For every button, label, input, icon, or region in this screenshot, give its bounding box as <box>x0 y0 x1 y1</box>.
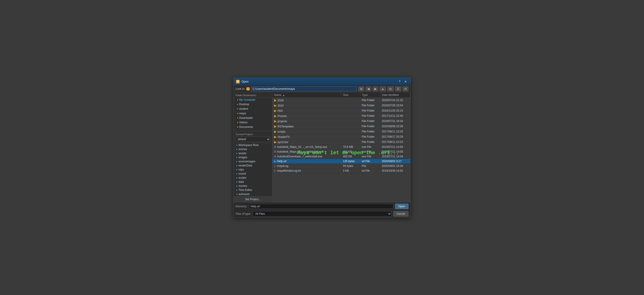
toolbar-bookmarks-btn[interactable]: ⊞ <box>358 86 364 91</box>
tree-item-workspace-root[interactable]: ▸Workspace Root <box>234 143 272 147</box>
table-row[interactable]: ▶2019File Folder2020/07/28 23:04 <box>272 103 410 108</box>
tree-item-label: Time Editor <box>238 188 252 192</box>
file-date-cell: 2020/08/06 20:39 <box>380 124 410 129</box>
tree-item-images[interactable]: ▸images <box>234 155 272 159</box>
sidebar-bookmark-student[interactable]: ●student <box>234 107 272 111</box>
tree-item-data[interactable]: ▸data <box>234 180 272 184</box>
tree-item-sound[interactable]: ▸sound <box>234 172 272 176</box>
toolbar-up-btn[interactable]: ▲ <box>380 86 386 91</box>
toolbar-forward-btn[interactable]: ▶ <box>372 86 378 91</box>
table-row[interactable]: ▶projectsFile Folder2018/07/21 16:34 <box>272 118 410 124</box>
toolbar-details-btn[interactable]: ⊟ <box>402 86 408 91</box>
file-size-cell <box>341 124 360 129</box>
table-row[interactable]: ▶Help.url135 bytesurl File2020/09/02 4:1… <box>272 159 410 163</box>
project-select[interactable]: default <box>236 136 270 142</box>
sidebar-bookmark-my-computer[interactable]: ●My Computer <box>234 97 272 102</box>
table-row[interactable]: ▶PresetsFile Folder2017/12/11 22:46 <box>272 113 410 118</box>
file-type-select[interactable]: All Files <box>253 211 392 217</box>
sidebar-bookmark-label: Documents <box>239 125 253 129</box>
tree-item-sourceimages[interactable]: ▸sourceimages <box>234 159 272 163</box>
file-date-cell: 2020/09/01 16:39 <box>380 163 410 168</box>
cancel-button[interactable]: Cancel <box>393 211 408 217</box>
file-size-cell: 55 bytes <box>341 163 360 168</box>
tree-item-label: sourceimages <box>238 160 256 163</box>
tree-item-scenes[interactable]: ▸scenes <box>234 147 272 151</box>
table-row[interactable]: AAutodesk_Maya_20...p_webinstall.exe481 … <box>272 149 410 154</box>
sidebar-bookmark-label: Downloads <box>239 116 252 119</box>
table-row[interactable]: AAutodesk_Maya_20...._en-US_Setup.exe70.… <box>272 144 410 149</box>
path-input[interactable] <box>251 86 357 91</box>
tree-item-label: movies <box>238 184 247 188</box>
col-size[interactable]: Size <box>341 92 360 98</box>
table-row[interactable]: ▶ShaderFXFile Folder2017/08/17 20:29 <box>272 134 410 139</box>
tree-item-assets[interactable]: ▸assets <box>234 151 272 155</box>
table-row[interactable]: ▷mayaLog55 bytesFile2020/09/01 16:39 <box>272 163 410 168</box>
sidebar-bookmark-label: My Computer <box>239 98 256 101</box>
file-name-cell: ▶FBX <box>272 108 341 113</box>
tree-item-autosave[interactable]: ▸autosave <box>234 192 272 196</box>
tree-item-scripts[interactable]: ▸scripts <box>234 176 272 180</box>
file-name-text: 2019 <box>278 104 284 107</box>
tree-item-label: assets <box>238 152 246 155</box>
sidebar-bookmark-label: student <box>239 107 248 110</box>
file-name-cell: ▶2019 <box>272 103 341 108</box>
table-row[interactable]: ▷mayaRenderLog.txt2 KBtxt File2019/10/30… <box>272 168 410 173</box>
file-table-body: ▶2018File Folder2020/07/24 21:32▶2019Fil… <box>272 97 410 173</box>
directory-input[interactable] <box>249 204 393 209</box>
file-size-cell: 2 KB <box>341 168 360 173</box>
sidebar-bookmark-label: Videos <box>239 121 247 124</box>
sidebar-bookmark-maya[interactable]: ●maya <box>234 111 272 116</box>
file-name-cell: ▶ShaderFX <box>272 134 341 139</box>
tree-item-label: Workspace Root <box>238 144 258 147</box>
table-row[interactable]: AAutodeskDownload...r_webinstall.exe482 … <box>272 154 410 159</box>
folder-icon: ▶ <box>274 140 276 144</box>
sidebar: Folder Bookmarks: ●My Computer●Desktop●s… <box>234 92 272 202</box>
sidebar-bookmark-videos[interactable]: ●Videos <box>234 120 272 125</box>
file-size-cell: 481 KB <box>341 149 360 154</box>
file-type-cell: File Folder <box>360 113 380 118</box>
current-project-label: Current Project: <box>236 133 270 136</box>
file-name-text: Autodesk_Maya_20...._en-US_Setup.exe <box>277 145 327 149</box>
folder-icon: ▶ <box>274 104 276 107</box>
file-date-cell: 2017/08/11 23:33 <box>380 139 410 144</box>
close-button[interactable]: ✕ <box>403 79 408 84</box>
open-button[interactable]: Open <box>395 204 408 209</box>
file-type-cell: File Folder <box>360 124 380 129</box>
sidebar-bookmark-desktop[interactable]: ●Desktop <box>234 102 272 107</box>
file-type-cell: File <box>360 163 380 168</box>
file-date-cell: 2020/09/02 4:17 <box>380 159 410 163</box>
title-bar-left: M Open <box>236 80 249 83</box>
sidebar-bookmark-documents[interactable]: ●Documents <box>234 125 272 129</box>
table-row[interactable]: ▶2018File Folder2020/07/24 21:32 <box>272 97 410 103</box>
tree-item-clips[interactable]: ▸clips <box>234 168 272 172</box>
col-type[interactable]: Type <box>360 92 380 98</box>
files-of-type-label: Files of type: <box>236 212 251 215</box>
help-button[interactable]: ? <box>397 79 402 84</box>
toolbar-list-btn[interactable]: ☰ <box>395 86 401 91</box>
table-row[interactable]: ▶synColorFile Folder2017/08/11 23:33 <box>272 139 410 144</box>
file-name-text: ShaderFX <box>278 135 290 139</box>
col-date[interactable]: Date Modified <box>380 92 410 98</box>
col-name[interactable]: Name ▲ <box>272 92 341 98</box>
file-name-text: RSTemplates <box>278 125 294 128</box>
file-name-cell: ▷mayaRenderLog.txt <box>272 168 341 173</box>
toolbar-back-btn[interactable]: ◀ <box>366 86 371 91</box>
file-size-cell <box>341 129 360 134</box>
tree-item-movies[interactable]: ▸movies <box>234 184 272 188</box>
table-row[interactable]: ▶FBXFile Folder2019/11/25 20:15 <box>272 108 410 113</box>
file-name-cell: AAutodesk_Maya_20...._en-US_Setup.exe <box>272 144 341 149</box>
tree-item-time-editor[interactable]: ▸Time Editor <box>234 188 272 192</box>
set-project-button[interactable]: Set Project... <box>234 196 272 202</box>
file-date-cell: 2019/07/11 14:04 <box>380 154 410 159</box>
table-row[interactable]: ▶RSTemplatesFile Folder2020/08/06 20:39 <box>272 124 410 129</box>
toolbar-new-folder-btn[interactable]: 🗁 <box>387 86 394 91</box>
tree-item-renderdata[interactable]: ▸renderData <box>234 163 272 168</box>
sidebar-bookmark-downloads[interactable]: ●Downloads <box>234 116 272 120</box>
file-size-cell <box>341 118 360 124</box>
exe-file-icon: A <box>274 155 276 158</box>
table-row[interactable]: ▶scriptsFile Folder2017/08/11 23:33 <box>272 129 410 134</box>
generic-file-icon: ▷ <box>274 164 276 168</box>
file-size-cell: 135 bytes <box>341 159 360 163</box>
exe-file-icon: A <box>274 150 276 153</box>
file-type-cell: File Folder <box>360 97 380 103</box>
